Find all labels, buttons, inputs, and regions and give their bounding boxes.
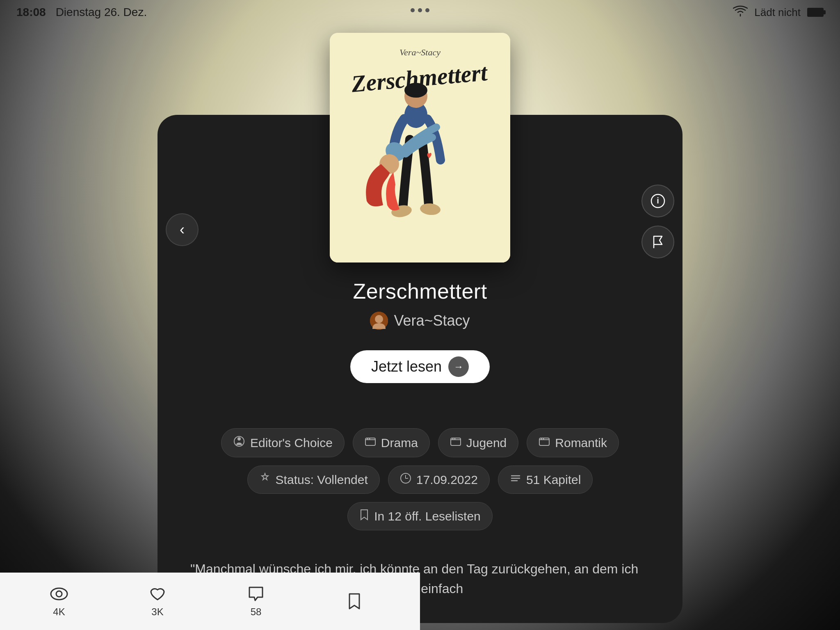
svg-text:Vera~Stacy: Vera~Stacy xyxy=(399,47,441,57)
book-title: Zerschmettert xyxy=(182,279,658,304)
svg-point-23 xyxy=(541,438,542,440)
book-detail-card: Vera~Stacy Zerschmettert xyxy=(158,115,682,623)
views-icon xyxy=(50,585,68,603)
jugend-label: Jugend xyxy=(466,436,507,450)
comments-count: 58 xyxy=(251,606,262,618)
drama-label: Drama xyxy=(381,436,418,450)
romantik-icon xyxy=(539,436,550,449)
svg-point-27 xyxy=(56,591,62,597)
save-icon xyxy=(345,592,363,610)
tag-editors-choice[interactable]: Editor's Choice xyxy=(221,428,345,457)
tag-status[interactable]: Status: Vollendet xyxy=(247,466,380,494)
tag-jugend[interactable]: Jugend xyxy=(438,428,518,457)
romantik-label: Romantik xyxy=(555,436,607,450)
book-cover-area: Vera~Stacy Zerschmettert xyxy=(158,33,682,262)
svg-point-26 xyxy=(51,588,67,600)
read-button-label: Jetzt lesen xyxy=(371,358,442,375)
views-count: 4K xyxy=(53,606,65,618)
author-avatar xyxy=(370,312,388,330)
wifi-icon xyxy=(733,5,748,20)
tag-chapters[interactable]: 51 Kapitel xyxy=(498,466,593,494)
status-date: Dienstag 26. Dez. xyxy=(56,6,147,19)
svg-point-15 xyxy=(237,437,241,441)
tag-date[interactable]: 17.09.2022 xyxy=(388,466,490,494)
svg-point-7 xyxy=(404,83,427,98)
editors-choice-icon xyxy=(233,435,245,450)
date-label: 17.09.2022 xyxy=(416,473,478,487)
svg-point-21 xyxy=(454,438,455,440)
reading-list-label: In 12 öff. Leselisten xyxy=(374,509,481,523)
status-bar: 18:08 Dienstag 26. Dez. Lädt nicht xyxy=(0,0,840,25)
tab-bar: 4K 3K 58 xyxy=(0,573,420,630)
svg-point-13 xyxy=(375,315,383,323)
tab-likes[interactable]: 3K xyxy=(148,585,167,618)
drama-icon xyxy=(365,436,376,449)
chapters-icon xyxy=(510,472,521,487)
svg-rect-16 xyxy=(365,438,375,445)
back-button[interactable]: ‹ xyxy=(166,213,199,246)
svg-point-20 xyxy=(452,438,453,440)
side-actions: i xyxy=(641,185,674,258)
jugend-icon xyxy=(450,436,461,449)
info-button[interactable]: i xyxy=(641,185,674,217)
status-icon xyxy=(259,472,271,487)
book-cover: Vera~Stacy Zerschmettert xyxy=(330,33,510,262)
svg-text:i: i xyxy=(657,196,659,205)
flag-button[interactable] xyxy=(641,226,674,258)
tags-row: Editor's Choice Drama xyxy=(158,428,682,457)
chapters-label: 51 Kapitel xyxy=(526,473,581,487)
svg-point-18 xyxy=(369,438,370,440)
bookmark-icon xyxy=(359,509,369,523)
tag-reading-lists[interactable]: In 12 öff. Leselisten xyxy=(347,502,493,530)
comments-icon xyxy=(247,585,265,603)
status-right: Lädt nicht xyxy=(733,5,824,20)
reading-list-row: In 12 öff. Leselisten xyxy=(158,502,682,530)
svg-point-17 xyxy=(367,438,368,440)
battery-icon xyxy=(807,8,824,17)
tab-views[interactable]: 4K xyxy=(50,585,68,618)
book-info: Zerschmettert Vera~Stacy xyxy=(158,279,682,330)
tag-romantik[interactable]: Romantik xyxy=(527,428,619,457)
read-button[interactable]: Jetzt lesen → xyxy=(350,350,490,383)
book-author: Vera~Stacy xyxy=(182,312,658,330)
tab-save[interactable] xyxy=(345,592,363,610)
likes-count: 3K xyxy=(151,606,163,618)
svg-point-24 xyxy=(543,438,544,440)
editors-choice-label: Editor's Choice xyxy=(250,436,333,450)
heart-icon xyxy=(148,585,167,603)
status-label: Status: Vollendet xyxy=(276,473,368,487)
svg-rect-22 xyxy=(539,438,549,445)
status-time: 18:08 xyxy=(16,6,46,19)
tab-comments[interactable]: 58 xyxy=(247,585,265,618)
tag-drama[interactable]: Drama xyxy=(353,428,430,457)
read-arrow-icon: → xyxy=(448,356,469,377)
date-icon xyxy=(400,472,411,487)
network-label: Lädt nicht xyxy=(754,6,801,19)
stats-row: Status: Vollendet 17.09.2022 51 Kap xyxy=(158,466,682,494)
svg-rect-19 xyxy=(451,438,461,445)
top-menu-dots[interactable] xyxy=(411,8,429,12)
